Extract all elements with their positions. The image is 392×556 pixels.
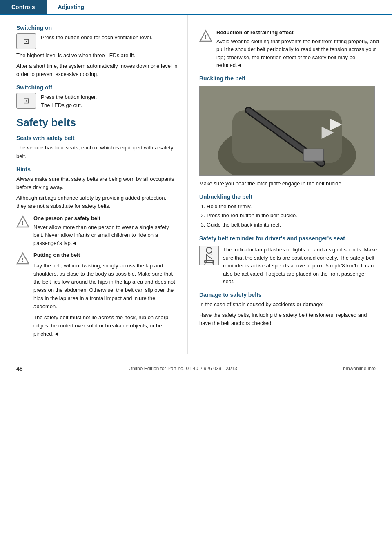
unbuckling-step3: Guide the belt back into its reel. [207, 221, 379, 229]
seats-heading: Seats with safety belt [16, 135, 178, 141]
warning-triangle-icon-3: ! [199, 29, 212, 42]
hints-heading: Hints [16, 166, 178, 173]
switching-off-row: ⊡ Press the button longer. The LEDs go o… [16, 93, 178, 109]
page-number: 48 [16, 365, 23, 372]
footer: 48 Online Edition for Part no. 01 40 2 9… [0, 363, 392, 374]
header-tabs: Controls Adjusting [0, 0, 392, 15]
svg-text:!: ! [22, 220, 24, 226]
buckling-heading: Buckling the belt [199, 75, 379, 82]
main-content: Switching on ⊡ Press the button once for… [0, 15, 392, 354]
unbuckling-steps: Hold the belt firmly. Press the red butt… [207, 202, 379, 229]
warning-triangle-icon-1: ! [16, 215, 29, 228]
warning-reduction-text: Reduction of restraining effect Avoid we… [216, 29, 379, 69]
buckling-body: Make sure you hear the latch plate engag… [199, 180, 379, 188]
warning-triangle-icon-2: ! [16, 252, 29, 265]
switching-off-text: Press the button longer. The LEDs go out… [41, 93, 178, 109]
seat-belt-reminder-icon [199, 246, 219, 265]
damage-heading: Damage to safety belts [199, 291, 379, 298]
warning-one-person-text: One person per safety belt Never allow m… [33, 214, 178, 247]
svg-rect-11 [303, 149, 324, 161]
hints-body2: Although airbags enhance safety by provi… [16, 194, 178, 210]
hints-body1: Always make sure that safety belts are b… [16, 175, 178, 191]
warning-putting-belt-text: Putting on the belt Lay the belt, withou… [33, 251, 178, 340]
switching-on-heading: Switching on [16, 24, 178, 31]
unbuckling-heading: Unbuckling the belt [199, 193, 379, 200]
unbuckling-step1: Hold the belt firmly. [207, 202, 379, 211]
warning-putting-belt: ! Putting on the belt Lay the belt, with… [16, 251, 178, 340]
switching-on-detail2: After a short time, the system automatic… [16, 62, 178, 78]
switching-on-text: Press the button once for each venti­lat… [41, 33, 178, 42]
tab-adjusting[interactable]: Adjusting [47, 0, 96, 14]
reminder-block: The indicator lamp flashes or lights up … [199, 246, 379, 286]
tab-adjusting-label: Adjusting [58, 4, 85, 10]
svg-point-14 [206, 247, 212, 253]
svg-text:!: ! [205, 34, 207, 40]
damage-body1: In the case of strain caused by accident… [199, 300, 379, 309]
tab-controls[interactable]: Controls [0, 0, 47, 14]
unbuckling-step2: Press the red button in the belt buckle. [207, 211, 379, 220]
safety-belts-title: Safety belts [16, 116, 178, 129]
reminder-heading: Safety belt reminder for driver's and pa… [199, 235, 379, 242]
footer-logo: bmwonline.info [343, 366, 376, 371]
warning-one-person: ! One person per safety belt Never allow… [16, 214, 178, 247]
footer-center-text: Online Edition for Part no. 01 40 2 926 … [23, 366, 343, 371]
switching-off-heading: Switching off [16, 84, 178, 91]
damage-body2: Have the safety belts, including the saf… [199, 311, 379, 327]
right-column: ! Reduction of restraining effect Avoid … [188, 15, 392, 354]
off-button-icon: ⊡ [16, 93, 36, 109]
warning-reduction: ! Reduction of restraining effect Avoid … [199, 29, 379, 69]
switching-on-detail1: The highest level is active when three L… [16, 51, 178, 60]
belt-image [199, 86, 375, 176]
svg-text:!: ! [22, 256, 24, 263]
switching-on-row: ⊡ Press the button once for each venti­l… [16, 33, 178, 49]
reminder-text: The indicator lamp flashes or lights up … [223, 246, 379, 286]
ventilation-button-icon: ⊡ [16, 33, 36, 49]
tab-controls-label: Controls [11, 4, 35, 10]
left-column: Switching on ⊡ Press the button once for… [0, 15, 188, 354]
seats-body: The vehicle has four seats, each of whic… [16, 144, 178, 160]
